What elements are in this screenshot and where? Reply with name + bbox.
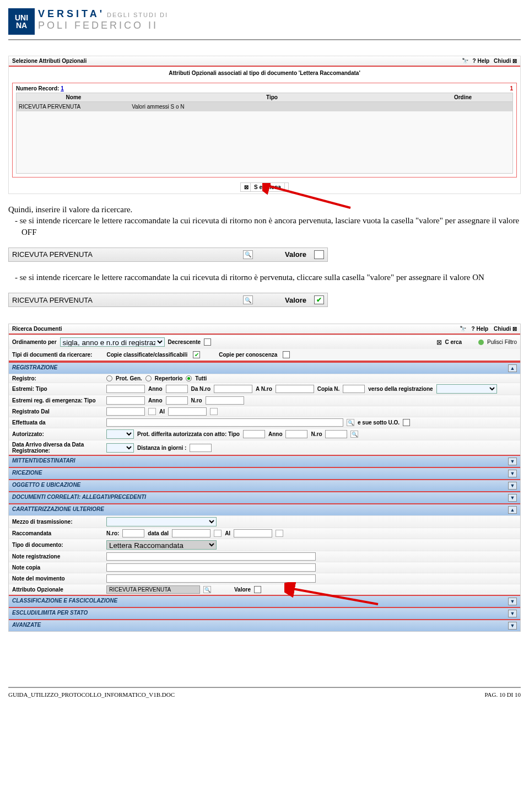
estremi-tipo-input[interactable] xyxy=(106,385,145,393)
emerg-tipo-input[interactable] xyxy=(106,396,145,405)
racc-al-input[interactable] xyxy=(234,529,272,537)
danro-input[interactable] xyxy=(214,385,252,393)
raccomandata-label: Raccomandata xyxy=(12,530,103,536)
copie-class-checkbox[interactable]: ✔ xyxy=(193,351,200,358)
attropz-input[interactable]: RICEVUTA PERVENUTA xyxy=(106,585,200,594)
decrescente-checkbox[interactable] xyxy=(204,338,211,346)
emerg-nro-input[interactable] xyxy=(206,396,244,405)
grid-row[interactable]: RICEVUTA PERVENUTA Valori ammessi S o N xyxy=(17,102,512,111)
notereg-input[interactable] xyxy=(106,552,316,561)
copie-conos-checkbox[interactable] xyxy=(283,351,290,358)
cerca-button[interactable]: C erca xyxy=(445,339,462,345)
bullet-1: se si intende ricercare le lettere racco… xyxy=(20,216,519,236)
binoculars-icon[interactable]: 🔭 xyxy=(460,326,466,332)
section-mittenti: MITTENTI/DESTINATARI xyxy=(12,458,75,465)
mezzo-select[interactable] xyxy=(106,517,217,526)
cerca-icon: ⊠ xyxy=(436,338,442,346)
logo-badge: UNINA xyxy=(8,8,35,35)
anno-input[interactable] xyxy=(166,385,188,393)
footer-right: PAG. 10 DI 10 xyxy=(484,691,521,698)
data-arrivo-label: Data Arrivo diversa da Data Registrazion… xyxy=(12,442,103,454)
calendar-icon[interactable] xyxy=(148,408,156,415)
distanza-input[interactable] xyxy=(190,444,212,452)
expand-down-icon[interactable]: ▼ xyxy=(508,470,517,477)
expand-down-icon[interactable]: ▼ xyxy=(508,622,517,630)
expand-down-icon[interactable]: ▼ xyxy=(508,482,517,490)
pulisci-filtro-button[interactable]: Pulisci Filtro xyxy=(487,339,517,345)
section-ricezione: RICEZIONE xyxy=(12,470,42,477)
expand-down-icon[interactable]: ▼ xyxy=(508,458,517,465)
pulisci-icon xyxy=(478,340,484,345)
autorizzato-select[interactable] xyxy=(106,429,134,439)
expand-down-icon[interactable]: ▼ xyxy=(508,610,517,617)
ordinamento-select[interactable]: sigla, anno e n.ro di registrazione xyxy=(60,337,165,347)
search-icon[interactable]: 🔍 xyxy=(350,431,358,438)
numrec-label: Numero Record: xyxy=(16,85,59,92)
logo-text-line2: POLI FEDERICO II xyxy=(38,20,168,31)
effettuata-input[interactable] xyxy=(106,418,343,427)
collapse-up-icon[interactable]: ▲ xyxy=(508,364,517,372)
estremi-emerg-label: Estremi reg. di emergenza: Tipo xyxy=(12,397,103,404)
page-indicator: 1 xyxy=(510,85,513,92)
paragraph-1: Quindi, inserire il valore da ricercare. xyxy=(8,205,132,214)
notecopia-label: Note copia xyxy=(12,564,103,571)
section-oggetto: OGGETTO E UBICAZIONE xyxy=(12,482,80,490)
footer-left: GUIDA_UTILIZZO_PROTOCOLLO_INFORMATICO_V1… xyxy=(8,691,175,698)
verso-select[interactable] xyxy=(436,384,497,394)
valore-checkbox-off[interactable] xyxy=(314,250,324,259)
dataarrivo-select[interactable] xyxy=(106,443,134,453)
search-icon[interactable]: 🔍 xyxy=(243,250,253,259)
radio-protgen[interactable] xyxy=(106,375,112,381)
header-logo: UNINA VERSITA'DEGLI STUDI DI POLI FEDERI… xyxy=(8,8,521,40)
radio-repertorio[interactable] xyxy=(145,375,152,381)
expand-down-icon[interactable]: ▼ xyxy=(508,494,517,502)
crop1-valore-label: Valore xyxy=(285,250,306,259)
help-link[interactable]: ? Help xyxy=(473,58,490,64)
expand-down-icon[interactable]: ▼ xyxy=(508,598,517,605)
notemov-input[interactable] xyxy=(106,574,316,583)
numrec-link[interactable]: 1 xyxy=(61,85,64,92)
win1-subtitle: Attributi Opzionali associati al tipo di… xyxy=(9,67,520,79)
esue-checkbox[interactable] xyxy=(403,419,410,426)
search-icon[interactable]: 🔍 xyxy=(203,586,211,593)
bullet-2: se si intende ricercare le lettere racco… xyxy=(20,273,484,282)
valore-checkbox[interactable] xyxy=(254,586,261,593)
section-escludi: ESCLUDI/LIMITA PER STATO xyxy=(12,610,88,617)
notecopia-input[interactable] xyxy=(106,563,316,572)
close-button[interactable]: Chiudi ⊠ xyxy=(494,58,517,64)
protdiff-anno-input[interactable] xyxy=(285,430,307,438)
calendar-icon[interactable] xyxy=(214,530,222,537)
calendar-icon[interactable] xyxy=(210,408,218,415)
regal-input[interactable] xyxy=(168,407,207,416)
seleziona-button[interactable]: ⊠ S eleziona xyxy=(240,182,289,192)
registro-label: Registro: xyxy=(12,375,103,381)
col-tipo: Tipo xyxy=(131,94,413,100)
racc-nro-input[interactable] xyxy=(122,529,144,537)
section-classificazione: CLASSIFICAZIONE E FASCICOLAZIONE xyxy=(12,598,117,605)
regdal-input[interactable] xyxy=(106,407,145,416)
valore-checkbox-on[interactable]: ✔ xyxy=(314,295,324,304)
search-icon[interactable]: 🔍 xyxy=(347,419,354,426)
attropz-label: Attributo Opzionale xyxy=(12,587,103,593)
tipodoc-select[interactable]: Lettera Raccomandata xyxy=(106,540,217,550)
autorizzato-label: Autorizzato: xyxy=(12,431,103,437)
window-ricerca: Ricerca Documenti 🔭 ? Help Chiudi ⊠ Ordi… xyxy=(8,324,521,632)
racc-datadal-input[interactable] xyxy=(172,529,210,537)
crop2-valore-label: Valore xyxy=(285,296,306,304)
search-icon[interactable]: 🔍 xyxy=(243,295,253,304)
valore-label: Valore xyxy=(234,587,251,593)
emerg-anno-input[interactable] xyxy=(166,396,188,405)
calendar-icon[interactable] xyxy=(276,530,283,537)
copian-input[interactable] xyxy=(343,385,365,393)
help-link[interactable]: ? Help xyxy=(472,326,489,332)
radio-tutti[interactable] xyxy=(186,375,192,381)
tipi-label: Tipi di documenti da ricercare: xyxy=(12,352,92,358)
anro-input[interactable] xyxy=(276,385,314,393)
win2-title: Ricerca Documenti xyxy=(12,326,62,332)
collapse-up-icon[interactable]: ▲ xyxy=(508,506,517,514)
close-button[interactable]: Chiudi ⊠ xyxy=(494,326,517,332)
protdiff-tipo-input[interactable] xyxy=(243,430,265,438)
binoculars-icon[interactable]: 🔭 xyxy=(462,58,468,64)
protdiff-nro-input[interactable] xyxy=(325,430,347,438)
valore-row-off: RICEVUTA PERVENUTA 🔍 Valore xyxy=(8,248,328,262)
